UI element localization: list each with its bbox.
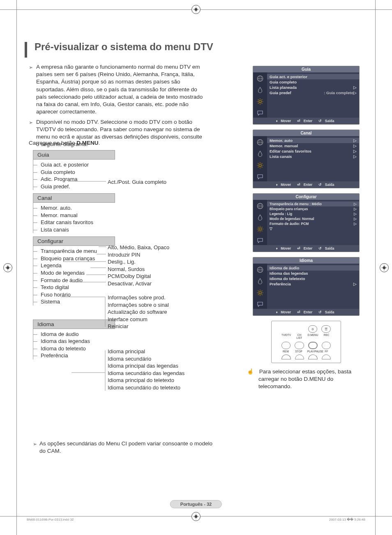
osd-row-label: Idioma das legendas xyxy=(270,271,308,276)
note-text: ☝ Para seleccionar estas opções, basta c… xyxy=(258,368,360,391)
osd-row-label: ▽ xyxy=(270,227,272,231)
remote-button xyxy=(281,354,291,359)
osd-row-label: Modo de legendas: Normal xyxy=(270,217,314,221)
tree-value: Desactivar, Activar xyxy=(108,280,169,287)
osd-row-label: Editar canais favoritos xyxy=(270,149,311,153)
osd-row-label: Memor. auto xyxy=(270,138,293,143)
osd-row-label: Guia act. e posterior xyxy=(270,74,307,79)
tree-value: Idioma principal das legendas xyxy=(108,362,184,370)
osd-row-label: Lista canais xyxy=(270,154,292,159)
tree-value: Idioma principal do teletexto xyxy=(108,377,184,384)
remote-button xyxy=(281,342,291,349)
remote-button xyxy=(295,342,304,349)
tree-item: Memor. manual xyxy=(39,212,210,219)
gear-icon xyxy=(256,162,264,169)
tree-value: Reiniciar xyxy=(108,323,169,330)
tree-value: Idioma secundário xyxy=(108,355,184,363)
tree-header-guia: Guia xyxy=(33,150,115,160)
osd-panel-configurar: Configurar Transparência de menu : Médio… xyxy=(253,193,360,252)
remote-diagram: 0 ☰ TV/DTV CH LIST D.MENU REC REW xyxy=(271,321,341,363)
remote-label: TV/DTV xyxy=(281,334,291,339)
tree-value: Informações sobre prod. xyxy=(108,294,169,301)
remote-button xyxy=(308,342,318,349)
globe-icon xyxy=(256,139,264,146)
drop-icon xyxy=(256,150,264,157)
svg-point-30 xyxy=(259,164,261,167)
tree-value: Idioma secundário das legendas xyxy=(108,370,184,377)
bullet-arrow-icon: ➢ xyxy=(29,63,36,116)
gear-icon xyxy=(256,225,264,233)
tree-value: Alto, Médio, Baixa, Opaco xyxy=(108,244,169,251)
drop-icon xyxy=(256,86,264,94)
tree-value: Introduzir PIN xyxy=(108,251,169,259)
svg-point-34 xyxy=(259,228,261,230)
remote-icon-button: ☰ xyxy=(321,325,331,333)
tree-item: Guia completo xyxy=(39,169,210,176)
tree-value: Idioma secundário do teletexto xyxy=(108,384,184,391)
remote-label: STOP xyxy=(294,350,303,353)
tree-item: Idioma de áudio xyxy=(39,331,210,338)
tree-value: PCM/Dolby Digital xyxy=(108,273,169,280)
tree-value: Deslig., Lig. xyxy=(108,258,169,266)
remote-button xyxy=(322,342,331,349)
osd-title: Idioma xyxy=(253,257,359,264)
remote-label: D.MENU xyxy=(308,334,318,339)
tree-header-idioma: Idioma xyxy=(33,320,115,329)
tree-value: Normal, Surdos xyxy=(108,266,169,273)
page-number: Português - 32 xyxy=(170,500,222,508)
tree-item: Memor. auto. xyxy=(39,204,210,212)
osd-row-label: Guia predef xyxy=(270,90,291,95)
osd-row-label: Idioma de áudio xyxy=(270,266,299,270)
osd-title: Guia xyxy=(253,66,359,72)
osd-row-label: Guia completo xyxy=(270,80,297,84)
osd-panel-guia: Guia Guia act. e posterior Guia completo… xyxy=(253,66,360,125)
tree-header-canal: Canal xyxy=(33,193,115,203)
osd-panel-canal: Canal Memor. auto▷ Memor. manual▷ Editar… xyxy=(253,130,360,188)
osd-nav-bar: ♦ Mover⏎ Enter↺ Saída xyxy=(253,245,359,252)
title-bar xyxy=(25,42,27,58)
drop-icon xyxy=(256,214,264,221)
registration-mark-icon xyxy=(191,512,201,521)
tree-item: Lista canais xyxy=(39,226,210,234)
globe-icon xyxy=(256,202,264,210)
globe-icon xyxy=(256,75,264,82)
remote-label: REC xyxy=(322,334,331,339)
bullet-arrow-icon: ➢ xyxy=(33,440,39,455)
osd-row-label: Transparência de menu : Médio xyxy=(270,202,322,206)
instruction-text: Carregue no botão D.MENU. xyxy=(29,140,210,146)
svg-point-26 xyxy=(259,100,261,103)
remote-button xyxy=(295,354,304,359)
registration-mark-icon xyxy=(380,263,389,272)
osd-title: Configurar xyxy=(253,194,359,200)
svg-point-38 xyxy=(259,292,261,294)
osd-row-label: Idioma do teletexto xyxy=(270,276,305,281)
osd-title: Canal xyxy=(253,130,359,136)
tree-item: Guia act. e posterior xyxy=(39,161,210,169)
osd-row-label: Memor. manual xyxy=(270,144,298,148)
remote-zero-button: 0 xyxy=(308,325,318,333)
speech-icon xyxy=(256,301,264,308)
osd-nav-bar: ♦ Mover⏎ Enter↺ Saída xyxy=(253,118,359,124)
hand-icon: ☝ xyxy=(253,368,258,375)
tree-value: Actualização do software xyxy=(108,308,169,316)
gear-icon xyxy=(256,289,264,296)
osd-row-label: Formato de áudio: PCM xyxy=(270,222,309,226)
remote-label: FF xyxy=(322,350,331,353)
globe-icon xyxy=(256,266,264,273)
osd-nav-bar: ♦ Mover⏎ Enter↺ Saída xyxy=(253,309,359,315)
bottom-note-text: As opções secundárias do Menu CI podem v… xyxy=(39,440,214,455)
speech-icon xyxy=(256,109,264,117)
remote-label: CH LIST xyxy=(295,334,304,339)
osd-row-label: Lista planeada xyxy=(270,85,297,90)
osd-row-label: Preferência xyxy=(270,282,291,286)
drop-icon xyxy=(256,278,264,285)
tree-item: Editar canais favoritos xyxy=(39,219,210,226)
osd-panel-idioma: Idioma Idioma de áudio Idioma das legend… xyxy=(253,257,360,316)
tree-value: Idioma principal xyxy=(108,348,184,355)
speech-icon xyxy=(256,237,264,244)
registration-mark-icon xyxy=(191,5,201,14)
tree-value: Interface comum xyxy=(108,316,169,323)
gear-icon xyxy=(256,98,264,105)
footer-filename: BN68-01169B-Por-0313.indd 32 xyxy=(27,518,74,521)
tree-value: Act./Post. Guia completo xyxy=(108,179,166,185)
